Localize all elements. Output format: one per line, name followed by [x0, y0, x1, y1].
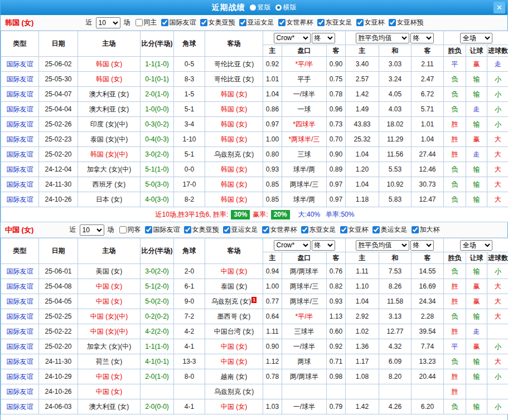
match-type-link[interactable]: 国际友谊 — [1, 132, 39, 147]
match-type-link[interactable]: 国际友谊 — [1, 72, 39, 87]
match-type-link[interactable]: 国际友谊 — [1, 177, 39, 192]
competition-checkbox-input[interactable] — [389, 19, 396, 26]
same-venue-checkbox[interactable]: 同客 — [119, 225, 141, 235]
match-type-link[interactable]: 国际友谊 — [1, 294, 39, 309]
match-type-link[interactable]: 国际友谊 — [1, 102, 39, 117]
avg-source-select[interactable]: 胜平负均值 — [356, 33, 409, 43]
competition-checkbox-input[interactable] — [278, 19, 286, 26]
recent-results-dialog: 近期战绩 竖版 横版 ✕ 韩国 (女)近10场同主国际友谊女奥亚预亚运女足女世界… — [0, 0, 508, 420]
competition-checkbox[interactable]: 加大杯 — [412, 225, 440, 235]
competition-checkbox[interactable]: 国际友谊 — [161, 18, 196, 27]
handicap-line — [282, 384, 327, 399]
away-team-name: 乌兹别克 (女) — [214, 150, 254, 158]
match-type-link[interactable]: 国际友谊 — [1, 264, 39, 279]
close-button[interactable]: ✕ — [494, 2, 505, 13]
match-type-link[interactable]: 国际友谊 — [1, 57, 39, 72]
avg-away-odds — [412, 384, 444, 399]
away-team: 中国 (女) — [205, 264, 263, 279]
competition-checkbox[interactable]: 东亚女足 — [301, 225, 336, 235]
avg-stage-select[interactable]: 终 — [410, 240, 434, 251]
competition-checkbox-input[interactable] — [340, 226, 347, 233]
scope-select[interactable]: 全场 — [460, 240, 492, 251]
recent-count-select[interactable]: 10 — [96, 17, 120, 28]
competition-checkbox[interactable]: 女奥亚预 — [184, 225, 219, 235]
match-type-link[interactable]: 国际友谊 — [1, 309, 39, 324]
match-type-link[interactable]: 国际友谊 — [1, 147, 39, 162]
match-type-link[interactable]: 国际友谊 — [1, 369, 39, 384]
match-type-link[interactable]: 国际友谊 — [1, 117, 39, 132]
competition-checkbox-label: 女亚杯 — [365, 18, 385, 27]
layout-radio-horizontal[interactable]: 横版 — [275, 3, 297, 12]
competition-checkbox-input[interactable] — [412, 226, 419, 233]
odds-source-select[interactable]: Crow* — [274, 33, 311, 43]
away-team-name: 中国 (女) — [221, 403, 247, 411]
match-score: 2-0(0-0) — [141, 399, 174, 414]
competition-checkbox[interactable]: 女亚杯 — [356, 18, 385, 27]
match-row: 国际友谊25-02-23泰国 (女)(中)0-4(0-3)1-10韩国 (女)1… — [1, 132, 508, 147]
match-score: 1-1(1-0) — [141, 339, 174, 354]
away-team: 韩国 (女) — [205, 177, 263, 192]
competition-checkbox-input[interactable] — [301, 226, 308, 233]
competition-checkbox[interactable]: 女世界杯 — [262, 225, 297, 235]
away-team-name: 中国 (女) — [221, 267, 247, 275]
avg-draw-odds: 3.24 — [379, 72, 412, 87]
competition-checkbox[interactable]: 女奥亚预 — [200, 18, 235, 27]
avg-away-odds: 39.54 — [412, 324, 444, 339]
avg-away-odds: 14.55 — [412, 264, 444, 279]
competition-checkbox-input[interactable] — [223, 226, 230, 233]
same-venue-checkbox-input[interactable] — [136, 19, 143, 26]
away-team: 韩国 (女) — [205, 162, 263, 177]
competition-checkbox-input[interactable] — [372, 226, 380, 233]
avg-stage-select[interactable]: 终 — [410, 33, 434, 43]
competition-checkbox-input[interactable] — [184, 226, 191, 233]
match-type-link[interactable]: 国际友谊 — [1, 192, 39, 207]
competition-checkbox[interactable]: 女亚杯预 — [389, 18, 424, 27]
home-odds: 0.85 — [263, 192, 282, 207]
competition-checkbox-input[interactable] — [145, 226, 152, 233]
competition-checkbox[interactable]: 亚运女足 — [239, 18, 274, 27]
competition-checkbox-input[interactable] — [262, 226, 269, 233]
recent-count-select[interactable]: 10 — [80, 224, 104, 236]
match-type-link[interactable]: 国际友谊 — [1, 399, 39, 414]
competition-checkbox[interactable]: 亚运女足 — [223, 225, 258, 235]
match-type-link[interactable]: 国际友谊 — [1, 87, 39, 102]
competition-checkbox[interactable]: 国际友谊 — [145, 225, 180, 235]
avg-away-odds: 2.28 — [412, 309, 444, 324]
away-odds: 0.97 — [327, 192, 346, 207]
match-type-link[interactable]: 国际友谊 — [1, 339, 39, 354]
avg-home-odds: 25.32 — [346, 132, 379, 147]
home-odds: 0.93 — [263, 162, 282, 177]
competition-checkbox-input[interactable] — [356, 19, 364, 26]
handicap-result-flag: 输 — [466, 399, 487, 414]
competition-checkbox[interactable]: 女亚杯 — [340, 225, 369, 235]
competition-checkbox[interactable]: 东亚女足 — [317, 18, 352, 27]
away-odds: 0.93 — [327, 294, 346, 309]
avg-source-select[interactable]: 胜平负均值 — [356, 240, 409, 251]
odds-stage-select[interactable]: 终 — [312, 240, 335, 251]
match-type-link[interactable]: 国际友谊 — [1, 354, 39, 369]
competition-checkbox[interactable]: 奥运女足 — [372, 225, 408, 235]
competition-checkbox-input[interactable] — [239, 19, 246, 26]
match-row: 国际友谊25-06-01美国 (女)3-0(2-0)2-0中国 (女)0.94两… — [1, 264, 508, 279]
corner-score: 4-2 — [174, 324, 205, 339]
away-odds: 0.79 — [327, 399, 346, 414]
competition-checkbox-input[interactable] — [161, 19, 168, 26]
match-row: 国际友谊25-04-07澳大利亚 (女)2-0(1-0)1-5韩国 (女)1.0… — [1, 87, 508, 102]
competition-checkbox[interactable]: 女世界杯 — [278, 18, 313, 27]
odds-source-select[interactable]: Crow* — [274, 240, 311, 251]
result-flag: 平 — [444, 339, 466, 354]
radio-unselected-icon — [250, 4, 256, 11]
sub-col-header: 和 — [379, 252, 412, 264]
odds-stage-select[interactable]: 终 — [312, 33, 335, 43]
layout-radio-vertical[interactable]: 竖版 — [250, 3, 271, 12]
avg-home-odds — [346, 384, 379, 399]
competition-checkbox-input[interactable] — [200, 19, 207, 26]
same-venue-checkbox-input[interactable] — [119, 226, 127, 233]
match-type-link[interactable]: 国际友谊 — [1, 324, 39, 339]
same-venue-checkbox[interactable]: 同主 — [136, 18, 157, 27]
scope-select[interactable]: 全场 — [460, 33, 492, 43]
match-type-link[interactable]: 国际友谊 — [1, 162, 39, 177]
match-type-link[interactable]: 国际友谊 — [1, 279, 39, 294]
match-type-link[interactable]: 国际友谊 — [1, 384, 39, 399]
competition-checkbox-input[interactable] — [317, 19, 325, 26]
